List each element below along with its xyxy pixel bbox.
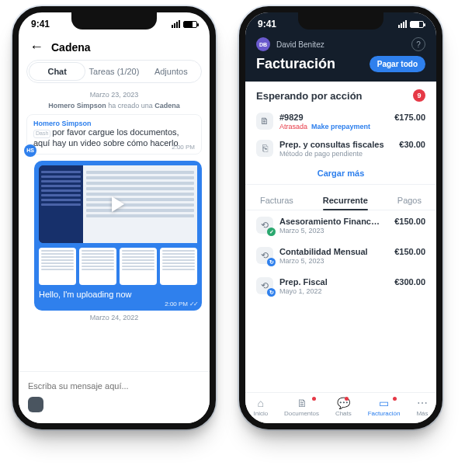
status-indicators [398,20,424,28]
sender-avatar: HS [24,144,36,157]
nav-billing[interactable]: ▭Facturación [368,398,401,417]
recurring-price: €150.00 [394,247,425,256]
status-bar: 9:41 [19,12,210,36]
chat-header: ← Cadena [19,36,210,60]
status-time: 9:41 [258,19,276,30]
recurring-date: Marzo 5, 2023 [279,227,425,235]
recurring-date: Mayo 1, 2022 [279,287,425,295]
bottom-navbar: ⌂Inicio 🗎Documentos 💬Chats ▭Facturación … [245,392,436,423]
read-checks-icon: ✓✓ [189,301,197,307]
status-indicators [172,20,197,28]
doc-thumb[interactable] [160,248,197,285]
user-row[interactable]: DB David Benitez ? [245,36,436,53]
doc-thumb[interactable] [39,248,76,285]
pay-all-button[interactable]: Pagar todo [370,56,425,72]
billing-tabs: Facturas Recurrente Pagos [245,185,436,210]
status-sync-icon: ↻ [267,288,276,297]
invoice-sub: Atrasada Make prepayment [279,123,425,130]
invoice-sub: Método de pago pendiente [279,150,425,158]
status-sync-icon: ↻ [267,258,276,266]
invoice-price: €30.00 [399,140,425,149]
nav-chats[interactable]: 💬Chats [335,398,352,417]
invoice-item[interactable]: ⎘ Prep. y consultas fiscales €30.00 Méto… [256,135,425,162]
nav-label: Más [416,410,428,417]
nav-label: Inicio [253,410,268,417]
dash-badge: Dash [33,130,50,138]
doc-thumb[interactable] [79,248,116,285]
message-text: Dashpor favor cargue los documentos, aqu… [33,127,195,149]
signal-icon [398,20,407,28]
message-time: 2:00 PM [172,144,195,151]
document-icon: 🗎 [256,113,273,130]
outgoing-message[interactable]: Hello, I'm uploading now 2:00 PM✓✓ [34,161,202,311]
recurring-item[interactable]: ⟲✓ Asesoramiento Financiero€150.00 Marzo… [256,210,425,241]
wallet-icon: ▭ [379,398,389,408]
recurring-name: Contabilidad Mensual [279,247,368,256]
date-separator: Marzo 24, 2022 [26,314,202,321]
play-icon[interactable] [112,196,124,212]
recurring-name: Prep. Fiscal [279,277,328,287]
system-text: ha creado una [106,102,155,109]
recurring-item[interactable]: ⟲↻ Prep. Fiscal€300.00 Mayo 1, 2022 [256,271,425,301]
documents-icon: 🗎 [297,398,307,408]
billing-body: Esperando por acción 9 🗎 #9829 €175.00 A… [245,82,436,301]
help-icon[interactable]: ? [411,37,425,51]
message-sender: Homero Simpson [33,120,195,127]
nav-more[interactable]: ⋯Más [416,398,428,417]
recurring-name: Asesoramiento Financiero [279,217,380,226]
chat-body: Marzo 23, 2023 Homero Simpson ha creado … [19,86,210,325]
back-arrow-icon[interactable]: ← [29,39,43,55]
home-icon: ⌂ [258,398,264,408]
chat-tabs: Chat Tareas (1/20) Adjuntos [26,60,202,83]
recurring-icon: ⟲✓ [256,217,273,234]
status-bar: 9:41 [245,12,436,36]
chat-phone: 9:41 ← Cadena Chat Tareas (1/20) Adjunto… [12,6,216,429]
invoice-price: €175.00 [394,113,425,122]
tab-facturas[interactable]: Facturas [254,191,300,210]
status-ok-icon: ✓ [267,228,276,236]
billing-header-dark: 9:41 DB David Benitez ? Facturación Paga… [245,12,436,82]
attachment-button[interactable] [28,397,43,412]
tab-attachments[interactable]: Adjuntos [143,62,200,81]
invoice-item[interactable]: 🗎 #9829 €175.00 Atrasada Make prepayment [256,108,425,135]
doc-thumb[interactable] [120,248,157,285]
nav-label: Documentos [284,410,319,417]
incoming-message[interactable]: Homero Simpson Dashpor favor cargue los … [26,114,202,155]
signal-icon [172,20,180,28]
waiting-header: Esperando por acción 9 [256,89,425,102]
tab-chat[interactable]: Chat [29,62,85,81]
user-avatar[interactable]: DB [256,37,270,51]
recurring-price: €300.00 [394,277,425,287]
system-user: Homero Simpson [48,102,106,109]
video-attachment[interactable] [39,165,197,243]
message-input[interactable] [28,381,200,391]
recurring-date: Marzo 5, 2023 [279,257,425,265]
page-title: Facturación [256,56,335,72]
outgoing-time: 2:00 PM✓✓ [39,301,197,307]
user-name: David Benitez [276,40,324,49]
nav-home[interactable]: ⌂Inicio [253,398,268,417]
battery-icon [183,21,197,28]
overdue-label: Atrasada [279,123,307,130]
receipt-icon: ⎘ [256,140,273,157]
recurring-icon: ⟲↻ [256,277,273,294]
recurring-item[interactable]: ⟲↻ Contabilidad Mensual€150.00 Marzo 5, … [256,241,425,271]
nav-documents[interactable]: 🗎Documentos [284,398,319,417]
chat-title: Cadena [51,41,91,54]
load-more-button[interactable]: Cargar más [256,162,425,181]
invoice-name: Prep. y consultas fiscales [279,140,384,149]
message-composer [19,371,210,423]
notification-dot [393,397,397,401]
invoice-number: #9829 [279,113,304,122]
tab-pagos[interactable]: Pagos [391,191,428,210]
system-chain: Cadena [154,102,180,109]
notification-dot [312,397,316,401]
prepayment-link[interactable]: Make prepayment [311,123,370,130]
document-thumbnails [39,248,197,285]
billing-title-row: Facturación Pagar todo [245,53,436,72]
battery-icon [410,21,424,28]
notification-dot [345,397,349,401]
tab-recurrente[interactable]: Recurrente [317,191,374,210]
tab-tasks[interactable]: Tareas (1/20) [85,62,142,81]
billing-phone: 9:41 DB David Benitez ? Facturación Paga… [239,6,442,429]
